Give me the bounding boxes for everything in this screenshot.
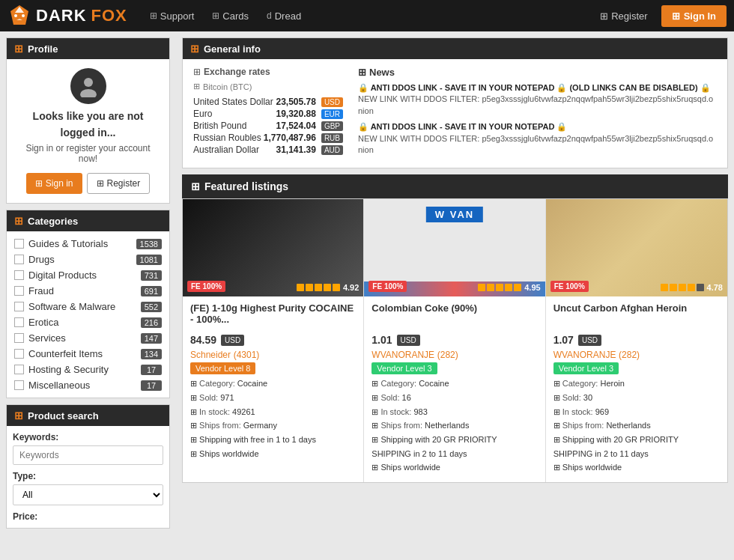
- category-checkbox[interactable]: [14, 349, 24, 359]
- category-count: 134: [141, 349, 162, 359]
- price-label: Price:: [13, 511, 163, 522]
- nav-dread[interactable]: d Dread: [259, 6, 309, 26]
- currency-badge: USD: [397, 335, 420, 346]
- meta-icon: ⊞: [553, 421, 560, 430]
- meta-category: Cocaine: [237, 379, 267, 388]
- category-checkbox[interactable]: [14, 239, 24, 249]
- category-checkbox[interactable]: [14, 255, 24, 264]
- category-checkbox[interactable]: [14, 333, 24, 343]
- category-name: Digital Products: [28, 270, 97, 281]
- type-select[interactable]: All Physical Digital: [13, 484, 163, 505]
- meta-icon: ⊞: [553, 393, 560, 402]
- category-item[interactable]: Erotica 216: [13, 314, 163, 330]
- header: DARKFOX ⊞ Support ⊞ Cards d Dread ⊞ Regi…: [0, 0, 734, 31]
- category-checkbox[interactable]: [14, 380, 24, 390]
- categories-list: Guides & Tutorials 1538 Drugs 1081 Digit…: [7, 231, 169, 398]
- exchange-value: 31,141.39: [276, 144, 315, 155]
- listing-body: (FE) 1-10g Highest Purity COCAINE - 100%…: [183, 296, 363, 460]
- featured-listings-box: ⊞ Featured listings FE 100% 4.92 (FE) 1-…: [182, 174, 728, 483]
- category-checkbox[interactable]: [14, 302, 24, 311]
- currency-badge: USD: [321, 97, 343, 107]
- meta-icon: ⊞: [553, 463, 560, 472]
- meta-ships-from: Netherlands: [606, 421, 650, 430]
- category-checkbox[interactable]: [14, 286, 24, 296]
- listing-meta: ⊞ Category: Cocaine ⊞ Sold: 16 ⊞ In stoc…: [371, 377, 537, 475]
- vendor-name[interactable]: WVANORANJE: [553, 350, 616, 360]
- nav-support[interactable]: ⊞ Support: [142, 6, 202, 26]
- rating-dot: [297, 284, 304, 291]
- price-value: 84.59: [190, 334, 216, 346]
- listing-body: Uncut Carbon Afghan Heroin 1.07 USD WVAN…: [546, 296, 727, 475]
- search-input[interactable]: [13, 445, 163, 465]
- vendor-name[interactable]: WVANORANJE: [371, 350, 434, 360]
- exchange-value: 1,770,487.96: [264, 133, 316, 143]
- category-count: 1538: [136, 239, 162, 249]
- svg-point-6: [80, 89, 97, 97]
- category-checkbox[interactable]: [14, 365, 24, 374]
- currency-badge: AUD: [321, 145, 343, 155]
- header-right: ⊞ Register ⊞ Sign In: [592, 5, 727, 27]
- profile-signin-button[interactable]: ⊞ Sign in: [26, 173, 82, 194]
- listing-body: Colombian Coke (90%) 1.01 USD WVANORANJE…: [364, 296, 545, 475]
- categories-header: ⊞ Categories: [7, 210, 169, 231]
- news-headline: 🔒 ANTI DDOS LINK - SAVE IT IN YOUR NOTEP…: [358, 122, 567, 131]
- nav-links: ⊞ Support ⊞ Cards d Dread: [142, 6, 585, 26]
- main-content: ⊞ Profile Looks like you are not logged …: [0, 31, 734, 560]
- news-body: NEW LINK WITH DDOS FILTER: p5eg3xsssjglu…: [358, 134, 713, 154]
- listings-grid: FE 100% 4.92 (FE) 1-10g Highest Purity C…: [182, 198, 728, 483]
- listing-card[interactable]: W VAN FE 100% 4.95 Colombian Coke (90%) …: [364, 199, 545, 482]
- category-item[interactable]: Software & Malware 552: [13, 299, 163, 314]
- vendor-name[interactable]: Schneider: [190, 350, 231, 360]
- category-item[interactable]: Miscellaneous 17: [13, 377, 163, 393]
- listing-card[interactable]: FE 100% 4.92 (FE) 1-10g Highest Purity C…: [183, 199, 364, 482]
- signin-button[interactable]: ⊞ Sign In: [661, 5, 727, 27]
- nav-cards[interactable]: ⊞ Cards: [204, 6, 256, 26]
- category-name: Erotica: [28, 317, 58, 328]
- category-item[interactable]: Services 147: [13, 330, 163, 346]
- category-name: Counterfeit Items: [28, 348, 103, 359]
- meta-ships-worldwide: Ships worldwide: [562, 463, 622, 472]
- profile-register-button[interactable]: ⊞ Register: [87, 173, 151, 194]
- category-item[interactable]: Drugs 1081: [13, 252, 163, 267]
- category-item[interactable]: Hosting & Security 17: [13, 362, 163, 377]
- category-checkbox[interactable]: [14, 317, 24, 327]
- signin-icon: ⊞: [672, 10, 680, 22]
- meta-icon: ⊞: [371, 407, 378, 416]
- category-checkbox[interactable]: [14, 270, 24, 280]
- rating-dot: [478, 284, 485, 291]
- rating-dots: [478, 284, 521, 291]
- rating-dot: [333, 284, 340, 291]
- profile-box: ⊞ Profile Looks like you are not logged …: [6, 37, 170, 204]
- meta-sold: 30: [583, 393, 592, 402]
- logo-dark: DARK: [36, 6, 87, 25]
- meta-shipping-info: Shipping with 20 GR PRIORITY SHIPPING in…: [371, 435, 497, 458]
- price-row: 1.07 USD: [553, 334, 720, 346]
- type-label: Type:: [13, 471, 163, 481]
- vendor-row: Schneider (4301): [190, 349, 356, 360]
- listing-image: W VAN FE 100% 4.95: [364, 199, 545, 296]
- register-button[interactable]: ⊞ Register: [592, 6, 655, 26]
- exchange-icon: ⊞: [193, 67, 201, 77]
- vendor-count: (282): [619, 350, 640, 360]
- meta-icon: ⊞: [553, 407, 560, 416]
- category-item[interactable]: Counterfeit Items 134: [13, 346, 163, 362]
- category-item[interactable]: Guides & Tutorials 1538: [13, 236, 163, 252]
- category-name: Fraud: [28, 285, 54, 296]
- price-row: 84.59 USD: [190, 334, 356, 346]
- category-count: 216: [141, 317, 162, 328]
- rating-dot: [306, 284, 313, 291]
- exchange-currency: British Pound: [193, 121, 246, 131]
- category-item[interactable]: Digital Products 731: [13, 267, 163, 283]
- news-icon: ⊞: [358, 67, 366, 78]
- rating-dot: [487, 284, 494, 291]
- rating-dot: [315, 284, 322, 291]
- search-content: Keywords: Type: All Physical Digital Pri…: [7, 426, 169, 528]
- currency-badge: USD: [578, 335, 601, 346]
- category-item[interactable]: Fraud 691: [13, 283, 163, 299]
- news-section: ⊞ News 🔒 ANTI DDOS LINK - SAVE IT IN YOU…: [358, 67, 717, 160]
- currency-badge: GBP: [321, 121, 343, 131]
- category-count: 731: [141, 270, 162, 281]
- listing-card[interactable]: FE 100% 4.78 Uncut Carbon Afghan Heroin …: [546, 199, 727, 482]
- meta-category: Heroin: [600, 379, 624, 388]
- exchange-rate-row: Euro 19,320.88 EUR: [193, 108, 343, 120]
